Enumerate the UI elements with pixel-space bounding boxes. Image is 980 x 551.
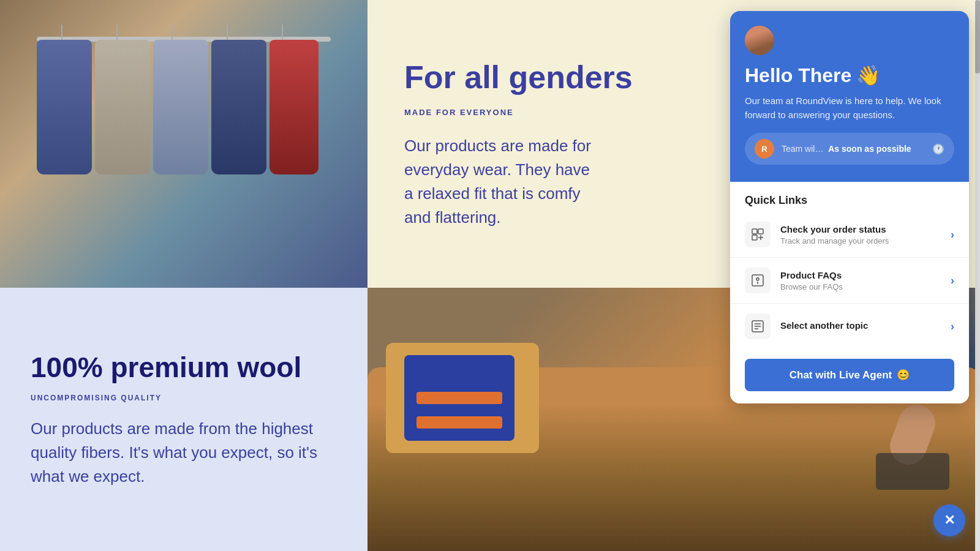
svg-rect-1 <box>758 229 763 234</box>
wool-description: Our products are made from the highest q… <box>31 417 337 489</box>
clock-icon: 🕐 <box>932 143 944 155</box>
chat-close-button[interactable]: ✕ <box>933 504 965 536</box>
clothing-image <box>0 0 368 288</box>
topic-icon <box>745 313 771 339</box>
wave-emoji: 👋 <box>856 64 881 87</box>
order-status-desc: Track and manage your orders <box>780 236 941 246</box>
chat-header: Hello There 👋 Our team at RoundView is h… <box>730 11 969 182</box>
wool-subtitle: UNCOMPROMISING QUALITY <box>31 394 337 402</box>
faq-arrow: › <box>951 274 954 287</box>
quick-link-order-status[interactable]: Check your order status Track and manage… <box>730 212 969 258</box>
topic-title: Select another topic <box>780 320 941 331</box>
chat-body: Quick Links Check your order status Trac… <box>730 182 969 403</box>
chat-subtext: Our team at RoundView is here to help. W… <box>745 94 954 122</box>
svg-rect-0 <box>752 229 757 234</box>
faq-icon <box>745 268 771 293</box>
chat-cta-section: Chat with Live Agent 😊 <box>730 349 969 403</box>
team-status: R Team wil… As soon as possible 🕐 <box>745 133 954 165</box>
faq-text: Product FAQs Browse our FAQs <box>780 270 941 291</box>
svg-point-4 <box>756 278 759 280</box>
faq-title: Product FAQs <box>780 270 941 280</box>
chat-greeting: Hello There 👋 <box>745 64 954 87</box>
quick-links-header: Quick Links <box>730 182 969 212</box>
faq-desc: Browse our FAQs <box>780 282 941 291</box>
quick-link-topics[interactable]: Select another topic › <box>730 304 969 349</box>
agent-avatar-image <box>745 26 774 55</box>
agent-avatar <box>745 26 774 55</box>
scrollbar-thumb[interactable] <box>975 0 980 73</box>
order-status-text: Check your order status Track and manage… <box>780 224 941 246</box>
scrollbar[interactable] <box>975 0 980 551</box>
topic-arrow: › <box>951 320 954 333</box>
team-status-text: Team wil… As soon as possible <box>782 144 911 154</box>
gender-description: Our products are made for everyday wear.… <box>404 134 600 230</box>
chat-widget: Hello There 👋 Our team at RoundView is h… <box>730 11 969 403</box>
close-icon: ✕ <box>944 514 955 527</box>
wool-title: 100% premium wool <box>31 351 337 384</box>
response-time: As soon as possible <box>828 144 911 154</box>
order-icon <box>745 222 771 247</box>
wool-section: 100% premium wool UNCOMPROMISING QUALITY… <box>0 288 368 551</box>
topic-text: Select another topic <box>780 320 941 332</box>
order-status-arrow: › <box>951 228 954 241</box>
team-avatar: R <box>755 139 774 159</box>
order-status-title: Check your order status <box>780 224 941 234</box>
svg-rect-2 <box>752 235 757 240</box>
quick-link-faqs[interactable]: Product FAQs Browse our FAQs › <box>730 258 969 304</box>
chat-live-agent-button[interactable]: Chat with Live Agent 😊 <box>745 359 954 391</box>
smile-emoji: 😊 <box>897 369 910 381</box>
